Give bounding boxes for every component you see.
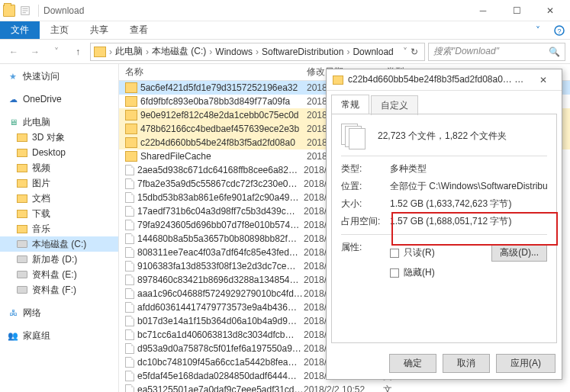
column-name[interactable]: 名称 [125, 66, 307, 79]
folder-icon [17, 210, 27, 218]
nav-forward-button[interactable]: → [26, 43, 44, 61]
file-name: 15dbd53b83ab861e6fe901af2c90a49… [137, 192, 304, 203]
sidebar-onedrive[interactable]: ☁OneDrive [0, 92, 118, 107]
summary-count: 22,723 个文件，1,822 个文件夹 [378, 130, 507, 143]
ok-button[interactable]: 确定 [389, 354, 436, 373]
hidden-checkbox[interactable] [390, 268, 399, 278]
minimize-button[interactable]: ─ [466, 0, 500, 21]
file-icon [125, 247, 134, 258]
sidebar-network[interactable]: 🖧网络 [0, 305, 118, 320]
label-size: 大小: [341, 198, 390, 210]
sidebar-item[interactable]: 音乐 [0, 221, 118, 236]
file-name: SharedFileCache [140, 151, 307, 162]
file-name: 144680b8a5b5a3657b0b80898bb82f… [137, 233, 304, 244]
nav-back-button[interactable]: ← [5, 43, 23, 61]
label-size-on-disk: 占用空间: [341, 215, 390, 228]
file-icon [125, 192, 134, 203]
dialog-tabs: 常规 自定义 [327, 91, 562, 114]
apply-button[interactable]: 应用(A) [496, 354, 556, 373]
address-bar[interactable]: › 此电脑 › 本地磁盘 (C:) › Windows › SoftwareDi… [90, 43, 425, 61]
tab-custom[interactable]: 自定义 [371, 95, 418, 115]
sidebar-item[interactable]: 新加卷 (D:) [0, 252, 118, 267]
refresh-icon[interactable]: ↻ [407, 47, 421, 57]
file-name: 79fa9243605d696bb07d7f8e010b574… [137, 220, 304, 230]
sidebar-item[interactable]: 3D 对象 [0, 130, 118, 145]
folder-icon [17, 133, 27, 142]
search-input[interactable]: 搜索"Download" 🔍 [428, 43, 565, 61]
folder-icon [333, 76, 343, 85]
navigation-bar: ← → ˅ ↑ › 此电脑 › 本地磁盘 (C:) › Windows › So… [0, 40, 570, 64]
file-name: 9106383fa13d8533f08f13e2d3dc7ce… [137, 261, 304, 272]
file-icon [125, 220, 134, 230]
nav-recent-dropdown[interactable]: ˅ [47, 43, 66, 61]
cancel-button[interactable]: 取消 [443, 354, 490, 373]
ribbon-expand-icon[interactable]: ˅ [527, 21, 549, 39]
file-name: e5fdaf45e168dada0284850dadf6444… [137, 371, 304, 381]
file-name: 478b62166cc4bedbaef457639ece2e3b [140, 124, 307, 134]
ribbon-file-tab[interactable]: 文件 [0, 21, 40, 39]
file-icon [125, 288, 134, 299]
folder-icon [125, 151, 137, 162]
file-icon [125, 178, 134, 189]
label-attributes: 属性: [341, 241, 390, 279]
ribbon: 文件 主页 共享 查看 ˅ ? [0, 21, 570, 40]
folder-icon [125, 137, 137, 148]
chevron-right-icon[interactable]: › [254, 47, 260, 57]
breadcrumb-item[interactable]: 本地磁盘 (C:) [150, 45, 208, 58]
nav-up-button[interactable]: ↑ [69, 43, 87, 61]
search-icon[interactable]: 🔍 [549, 47, 560, 57]
sidebar-item[interactable]: 视频 [0, 160, 118, 175]
dialog-close-button[interactable]: ✕ [531, 75, 556, 85]
folder-icon [17, 179, 27, 188]
breadcrumb-item[interactable]: Windows [214, 47, 254, 57]
file-icon [125, 343, 134, 354]
sidebar-item[interactable]: 资料盘 (E:) [0, 267, 118, 282]
network-icon: 🖧 [8, 307, 18, 318]
value-size-on-disk: 1.57 GB (1,688,051,712 字节) [390, 215, 547, 228]
advanced-button[interactable]: 高级(D)... [491, 244, 547, 262]
files-stack-icon [341, 124, 366, 148]
sidebar-item[interactable]: 资料盘 (F:) [0, 282, 118, 297]
sidebar-item[interactable]: Desktop [0, 145, 118, 160]
navigation-pane: ★快速访问 ☁OneDrive 🖥此电脑 3D 对象 Desktop 视频 图片… [0, 64, 119, 392]
qat-properties-icon[interactable] [20, 5, 31, 16]
ribbon-view-tab[interactable]: 查看 [119, 21, 159, 39]
tab-general[interactable]: 常规 [331, 95, 369, 114]
file-row[interactable]: ea53125501ae7a0daf9c7eee5adf31cd…2018/2/… [119, 383, 570, 392]
chevron-right-icon[interactable]: › [144, 47, 150, 57]
file-icon [125, 384, 134, 392]
file-name: bc71cc6a1d406063813d8c3034dfcb… [137, 329, 304, 340]
sidebar-item-selected[interactable]: 本地磁盘 (C:) [0, 236, 118, 252]
breadcrumb-item[interactable]: 此电脑 [114, 45, 144, 58]
ribbon-share-tab[interactable]: 共享 [79, 21, 119, 39]
ribbon-home-tab[interactable]: 主页 [40, 21, 79, 39]
file-icon [125, 233, 134, 244]
drive-icon [17, 255, 27, 263]
sidebar-this-pc[interactable]: 🖥此电脑 [0, 114, 118, 130]
sidebar-homegroup[interactable]: 👥家庭组 [0, 328, 118, 343]
sidebar-quick-access[interactable]: ★快速访问 [0, 69, 118, 84]
breadcrumb-item[interactable]: Download [351, 47, 394, 57]
label-location: 位置: [341, 180, 390, 193]
label-type: 类型: [341, 162, 390, 175]
pc-icon: 🖥 [8, 117, 18, 127]
sidebar-item[interactable]: 图片 [0, 175, 118, 191]
chevron-right-icon[interactable]: › [345, 47, 351, 57]
chevron-right-icon[interactable]: › [208, 47, 214, 57]
readonly-checkbox[interactable] [390, 249, 399, 258]
file-icon [125, 316, 134, 326]
breadcrumb-item[interactable]: SoftwareDistribution [260, 47, 345, 57]
close-button[interactable]: ✕ [533, 0, 567, 21]
dialog-title: c22b4d660bb54be24f8b3f5ad2fd08a0… 属性 [348, 73, 531, 86]
file-name: aaa1c96c04688f5724929279010bc4fd… [137, 288, 304, 299]
file-name: c22b4d660bb54be24f8b3f5ad2fd08a0 [140, 137, 307, 148]
help-icon[interactable]: ? [549, 21, 570, 39]
file-name: 6fd9fbfc893e0ba78bb3d849f77a09fa [140, 96, 307, 107]
sidebar-item[interactable]: 文档 [0, 191, 118, 206]
folder-icon [3, 5, 15, 17]
chevron-right-icon[interactable]: › [108, 47, 114, 57]
properties-dialog: c22b4d660bb54be24f8b3f5ad2fd08a0… 属性 ✕ 常… [326, 69, 562, 380]
dialog-titlebar[interactable]: c22b4d660bb54be24f8b3f5ad2fd08a0… 属性 ✕ [327, 69, 562, 91]
sidebar-item[interactable]: 下载 [0, 206, 118, 221]
maximize-button[interactable]: ☐ [500, 0, 533, 21]
